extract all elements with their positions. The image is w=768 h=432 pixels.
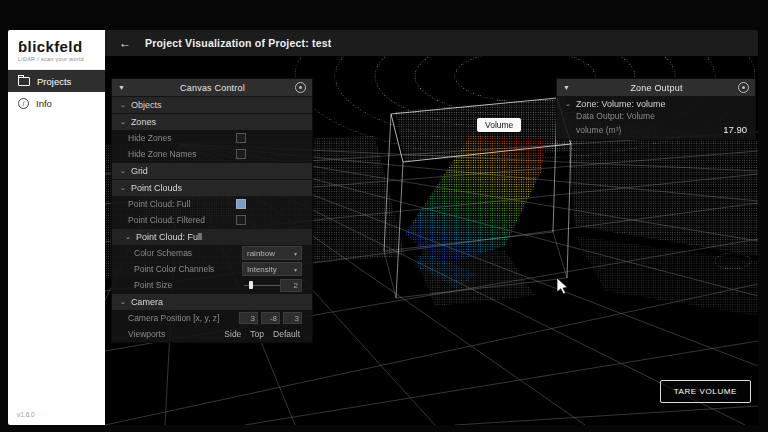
page-title: Project Visualization of Project: test <box>145 37 332 49</box>
hide-zones-row: Hide Zones <box>112 130 312 146</box>
chevron-down-icon: ⌄ <box>120 118 126 126</box>
main-area: ← Project Visualization of Project: test <box>105 30 758 425</box>
viewport-buttons: Side Top Default <box>224 329 300 339</box>
panel-title: Zone Output <box>575 83 738 93</box>
zone-output-panel: ▼ Zone Output ⌄ Zone: Volume: volume Dat… <box>556 78 756 140</box>
point-color-channels-select[interactable]: Intensity ▾ <box>242 262 302 276</box>
chevron-down-icon: ⌄ <box>120 184 126 192</box>
select-value: rainbow <box>247 249 294 258</box>
point-cloud-full-label: Point Cloud: Full <box>128 199 236 209</box>
chevron-down-icon: ▾ <box>294 266 297 273</box>
select-value: Intensity <box>247 265 294 274</box>
sidebar-item-projects[interactable]: Projects <box>8 70 105 92</box>
chevron-down-icon: ⌄ <box>125 233 131 241</box>
hide-zones-checkbox[interactable] <box>236 133 246 143</box>
viewport-default-button[interactable]: Default <box>273 329 300 339</box>
hide-zone-names-checkbox[interactable] <box>236 149 246 159</box>
color-schemas-row: Color Schemas rainbow ▾ <box>112 245 312 261</box>
section-grid[interactable]: ⌄ Grid <box>112 162 312 179</box>
camera-position-inputs <box>236 312 302 324</box>
section-label: Zones <box>131 117 156 127</box>
camera-z-input[interactable] <box>283 312 302 324</box>
folder-icon <box>18 77 30 86</box>
pin-icon[interactable] <box>295 82 306 93</box>
volume-unit-label: volume (m³) <box>576 125 621 135</box>
screen-bezel: ɓlickfeld LiDAR / scan your world Projec… <box>0 0 768 432</box>
point-cloud-filtered-label: Point Cloud: Filtered <box>128 215 236 225</box>
panel-title: Canvas Control <box>130 83 295 93</box>
chevron-down-icon: ▾ <box>294 250 297 257</box>
point-cloud-filtered-checkbox[interactable] <box>236 215 246 225</box>
color-schemas-select[interactable]: rainbow ▾ <box>242 246 302 260</box>
section-objects[interactable]: ⌄ Objects <box>112 96 312 113</box>
tare-volume-button[interactable]: TARE VOLUME <box>660 380 751 403</box>
color-schemas-label: Color Schemas <box>134 248 242 258</box>
mouse-cursor <box>557 278 568 294</box>
camera-y-input[interactable] <box>261 312 280 324</box>
viewport-side-button[interactable]: Side <box>224 329 241 339</box>
camera-position-label: Camera Position [x, y, z] <box>128 313 236 323</box>
sidebar-item-label: Info <box>36 98 52 109</box>
zone-name-label: Zone: Volume: volume <box>576 99 666 109</box>
section-label: Point Clouds <box>131 183 182 193</box>
viewports-label: Viewports <box>128 329 224 339</box>
info-icon: i <box>18 98 29 109</box>
chevron-down-icon: ⌄ <box>565 100 571 108</box>
section-label: Grid <box>131 166 148 176</box>
point-color-channels-label: Point Color Channels <box>134 264 242 274</box>
sidebar-item-label: Projects <box>37 76 71 87</box>
pin-icon[interactable] <box>738 82 749 93</box>
data-output-label: Data Output: Volume <box>557 110 755 122</box>
viewport-top-button[interactable]: Top <box>250 329 264 339</box>
point-color-channels-row: Point Color Channels Intensity ▾ <box>112 261 312 277</box>
blickfeld-logo: ɓlickfeld <box>18 39 95 54</box>
point-size-row: Point Size 2 <box>112 277 312 293</box>
app-window: ɓlickfeld LiDAR / scan your world Projec… <box>8 30 758 425</box>
chevron-down-icon: ⌄ <box>120 167 126 175</box>
camera-position-row: Camera Position [x, y, z] <box>112 310 312 326</box>
slider-handle[interactable] <box>249 281 253 289</box>
volume-value: 17.90 <box>723 124 747 135</box>
section-point-cloud-full[interactable]: ⌄ Point Cloud: Full <box>112 228 312 245</box>
section-point-clouds[interactable]: ⌄ Point Clouds <box>112 179 312 196</box>
collapse-chevron-icon[interactable]: ▼ <box>118 84 130 91</box>
section-label: Camera <box>131 297 163 307</box>
logo-area: ɓlickfeld LiDAR / scan your world <box>8 30 105 70</box>
section-label: Objects <box>131 100 162 110</box>
zone-name-row[interactable]: ⌄ Zone: Volume: volume <box>557 96 755 110</box>
section-zones[interactable]: ⌄ Zones <box>112 113 312 130</box>
section-camera[interactable]: ⌄ Camera <box>112 293 312 310</box>
chevron-down-icon: ⌄ <box>120 298 126 306</box>
3d-viewport[interactable]: Volume ▼ Canvas Control ⌄ Objects ⌄ Zon <box>105 56 758 425</box>
viewports-row: Viewports Side Top Default <box>112 326 312 342</box>
volume-value-row: volume (m³) 17.90 <box>557 122 755 139</box>
point-cloud-filtered-row: Point Cloud: Filtered <box>112 212 312 228</box>
app-version: v1.6.0 <box>17 411 35 418</box>
point-size-slider[interactable] <box>244 280 280 290</box>
section-label: Point Cloud: Full <box>136 232 202 242</box>
point-size-label: Point Size <box>134 280 242 290</box>
point-cloud-full-row: Point Cloud: Full <box>112 196 312 212</box>
hide-zones-label: Hide Zones <box>128 133 236 143</box>
hide-zone-names-label: Hide Zone Names <box>128 149 236 159</box>
zone-output-header[interactable]: ▼ Zone Output <box>557 79 755 96</box>
top-header-bar: ← Project Visualization of Project: test <box>105 30 758 56</box>
canvas-control-panel: ▼ Canvas Control ⌄ Objects ⌄ Zones Hide … <box>111 78 313 343</box>
point-cloud-full-checkbox[interactable] <box>236 199 246 209</box>
camera-x-input[interactable] <box>239 312 258 324</box>
chevron-down-icon: ⌄ <box>120 101 126 109</box>
collapse-chevron-icon[interactable]: ▼ <box>563 84 575 91</box>
canvas-control-header[interactable]: ▼ Canvas Control <box>112 79 312 96</box>
sidebar-item-info[interactable]: i Info <box>8 92 105 114</box>
point-size-value: 2 <box>280 279 302 292</box>
hide-zone-names-row: Hide Zone Names <box>112 146 312 162</box>
back-arrow-icon[interactable]: ← <box>119 36 135 50</box>
volume-annotation-label: Volume <box>477 118 521 132</box>
sidebar: ɓlickfeld LiDAR / scan your world Projec… <box>8 30 105 425</box>
logo-tagline: LiDAR / scan your world <box>18 56 95 62</box>
